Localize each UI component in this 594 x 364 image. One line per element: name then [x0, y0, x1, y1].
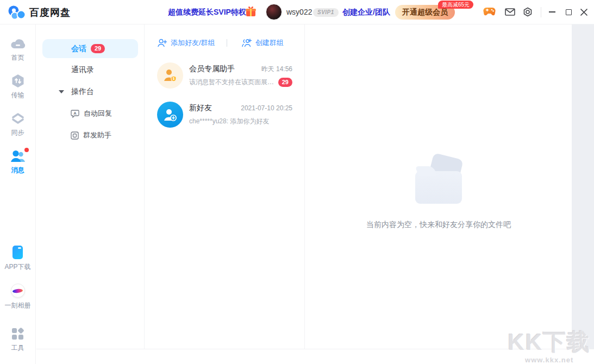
console-label: 操作台 — [71, 87, 94, 97]
create-group-label: 创建群组 — [255, 38, 284, 48]
tab-console[interactable]: 操作台 — [42, 82, 138, 102]
auto-reply-icon: A — [71, 109, 79, 118]
rail-label-transfer: 传输 — [11, 91, 24, 100]
conversation-items: $ 会员专属助手 昨天 14:56 该消息暂不支持在该页面展示... 29 — [145, 56, 304, 134]
photo-album-icon — [11, 283, 25, 298]
unread-red-dot — [24, 148, 29, 152]
maximize-icon — [566, 9, 572, 15]
titlebar-divider — [541, 7, 541, 17]
rail-label-tools: 工具 — [11, 343, 24, 353]
footer-bar — [36, 349, 594, 364]
conversation-title: 会员专属助手 — [189, 64, 235, 74]
add-friend-icon — [158, 39, 167, 47]
user-avatar[interactable] — [266, 4, 282, 20]
auto-reply-label: 自动回复 — [84, 109, 112, 118]
svg-text:$: $ — [173, 77, 175, 81]
conversation-title: 新好友 — [189, 103, 212, 113]
discount-badge: 最高减65元 — [438, 1, 473, 9]
main-content: 当前内容为空，快来和好友分享你的文件吧 — [305, 24, 594, 349]
rail-item-sync[interactable]: 同步 — [11, 111, 25, 137]
left-rail: 首页 传输 同步 — [0, 24, 36, 364]
tab-mass-send[interactable]: 群发助手 — [42, 125, 138, 145]
conversation-time: 昨天 14:56 — [261, 65, 292, 74]
home-cloud-icon — [10, 36, 26, 51]
header-divider — [227, 39, 227, 47]
session-unread-badge: 29 — [91, 44, 105, 53]
rail-item-app-download[interactable]: APP下载 — [4, 244, 30, 272]
rail-item-home[interactable]: 首页 — [10, 36, 26, 62]
empty-state: 当前内容为空，快来和好友分享你的文件吧 — [305, 155, 572, 230]
tools-icon — [11, 327, 24, 341]
settings-icon[interactable] — [523, 7, 533, 19]
transfer-icon — [11, 74, 24, 88]
tab-session[interactable]: 会话 29 — [42, 39, 138, 58]
mass-send-label: 群发助手 — [83, 130, 111, 140]
baidu-netdisk-logo-icon — [7, 4, 27, 23]
conversation-list-header: 添加好友/群组 创建群组 — [158, 37, 292, 48]
titlebar: 百度网盘 超值续费延长SVIP特权 wsy022 SVIP1 创建企业/团队 最… — [0, 0, 594, 24]
add-friend-group-label: 添加好友/群组 — [171, 38, 215, 48]
svg-text:A: A — [73, 111, 77, 116]
rail-label-messages: 消息 — [11, 166, 24, 175]
caret-down-icon — [59, 90, 64, 93]
username[interactable]: wsy022 — [286, 8, 312, 16]
messages-icon — [10, 149, 26, 163]
sync-icon — [11, 111, 25, 125]
rail-label-photo-album: 一刻相册 — [5, 301, 31, 310]
rail-item-messages[interactable]: 消息 — [10, 149, 26, 175]
conversation-time: 2021-07-10 20:25 — [241, 104, 292, 112]
conversation-body: 会员专属助手 昨天 14:56 该消息暂不支持在该页面展示... 29 — [189, 64, 292, 87]
session-label: 会话 — [71, 44, 86, 54]
rail-item-tools[interactable]: 工具 — [11, 327, 24, 353]
right-scroll-strip[interactable] — [572, 24, 594, 349]
conversation-preview: che*****yu28: 添加你为好友 — [189, 117, 269, 126]
member-assistant-avatar: $ — [157, 62, 183, 89]
tab-auto-reply[interactable]: A 自动回复 — [42, 104, 138, 123]
conversation-body: 新好友 2021-07-10 20:25 che*****yu28: 添加你为好… — [189, 103, 292, 126]
contacts-label: 通讯录 — [71, 65, 94, 75]
svip-level-badge: SVIP1 — [313, 8, 339, 17]
create-group-button[interactable]: 创建群组 — [242, 38, 284, 48]
gift-icon[interactable] — [245, 6, 257, 20]
new-friend-avatar — [157, 102, 183, 128]
mass-send-icon — [71, 131, 79, 140]
app-download-icon — [12, 244, 23, 260]
conversation-preview: 该消息暂不支持在该页面展示... — [189, 78, 275, 87]
create-team-link[interactable]: 创建企业/团队 — [342, 8, 390, 17]
tab-contacts[interactable]: 通讯录 — [42, 60, 138, 80]
conversation-member-assistant[interactable]: $ 会员专属助手 昨天 14:56 该消息暂不支持在该页面展示... 29 — [145, 56, 304, 95]
empty-folder-icon — [412, 155, 465, 206]
conversation-new-friend[interactable]: 新好友 2021-07-10 20:25 che*****yu28: 添加你为好… — [145, 95, 304, 134]
rail-label-sync: 同步 — [11, 128, 24, 137]
conversation-unread-badge: 29 — [278, 78, 292, 87]
close-button[interactable] — [577, 3, 591, 21]
rail-item-photo-album[interactable]: 一刻相册 — [5, 283, 31, 310]
close-icon — [580, 9, 587, 16]
app-title: 百度网盘 — [29, 6, 71, 19]
mail-icon[interactable] — [505, 8, 515, 18]
minimize-icon — [549, 11, 555, 12]
rail-label-home: 首页 — [11, 53, 24, 62]
add-friend-group-button[interactable]: 添加好友/群组 — [158, 38, 215, 48]
message-nav-panel: 会话 29 通讯录 操作台 A 自动回复 — [36, 24, 145, 349]
svip-renewal-link[interactable]: 超值续费延长SVIP特权 — [168, 8, 246, 17]
maximize-button[interactable] — [561, 3, 576, 21]
empty-state-text: 当前内容为空，快来和好友分享你的文件吧 — [305, 220, 572, 230]
baidu-netdisk-window: 百度网盘 超值续费延长SVIP特权 wsy022 SVIP1 创建企业/团队 最… — [0, 0, 594, 364]
conversation-list-panel: 添加好友/群组 创建群组 — [145, 24, 305, 349]
minimize-button[interactable] — [545, 3, 559, 21]
rail-label-app-download: APP下载 — [4, 262, 30, 272]
rail-item-transfer[interactable]: 传输 — [11, 74, 24, 100]
create-group-icon — [242, 39, 252, 47]
gamepad-icon[interactable] — [483, 7, 496, 18]
